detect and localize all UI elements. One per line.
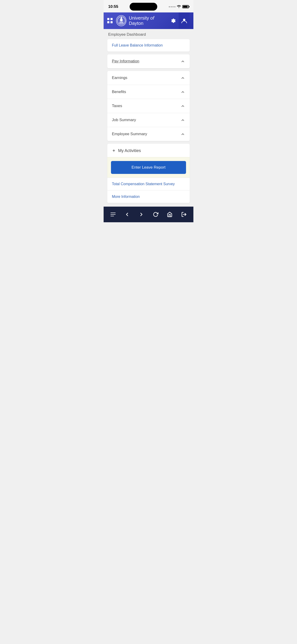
employee-summary-chevron: [180, 132, 185, 136]
pay-information-section: Pay Information: [107, 54, 190, 68]
content-area: Full Leave Balance Information Pay Infor…: [104, 39, 194, 206]
home-button[interactable]: [164, 209, 175, 220]
settings-button[interactable]: [168, 12, 179, 29]
header: University of Dayton: [104, 12, 194, 29]
pay-information-item[interactable]: Pay Information: [107, 54, 190, 68]
page-title: Employee Dashboard: [108, 32, 146, 36]
header-actions: [168, 12, 190, 29]
header-logo-area: University of Dayton: [116, 15, 168, 26]
status-bar: 10:55: [104, 0, 194, 12]
header-title: University of Dayton: [129, 16, 168, 26]
svg-rect-3: [120, 21, 123, 22]
earnings-item[interactable]: Earnings: [107, 71, 190, 85]
benefits-chevron: [180, 90, 185, 94]
job-summary-item[interactable]: Job Summary: [107, 113, 190, 127]
profile-button[interactable]: [179, 12, 190, 29]
taxes-item[interactable]: Taxes: [107, 99, 190, 113]
activities-body: Enter Leave Report: [107, 157, 190, 178]
refresh-button[interactable]: [150, 209, 161, 220]
signal-icon: [169, 6, 176, 7]
activities-icon: ✦: [112, 148, 116, 154]
benefits-item[interactable]: Benefits: [107, 85, 190, 99]
accordion-sections: Earnings Benefits Taxes: [107, 71, 190, 141]
home-indicator: [133, 224, 164, 225]
university-logo: [116, 15, 126, 26]
wifi-icon: [177, 5, 181, 9]
taxes-chevron: [180, 104, 185, 108]
enter-leave-report-button[interactable]: Enter Leave Report: [111, 161, 186, 174]
total-compensation-link[interactable]: Total Compensation Statement Survey: [107, 178, 190, 190]
activities-links: Total Compensation Statement Survey More…: [107, 178, 190, 203]
forward-button[interactable]: [136, 209, 146, 220]
bottom-nav: [104, 206, 194, 222]
activities-card: ✦ My Activities Enter Leave Report Total…: [107, 144, 190, 203]
earnings-label: Earnings: [112, 76, 127, 80]
status-time: 10:55: [108, 4, 118, 9]
more-information-link[interactable]: More Information: [107, 190, 190, 203]
status-icons: [169, 5, 189, 9]
earnings-chevron: [180, 76, 185, 80]
leave-balance-link[interactable]: Full Leave Balance Information: [107, 39, 190, 52]
svg-point-4: [183, 19, 185, 21]
logout-button[interactable]: [179, 209, 189, 220]
job-summary-chevron: [180, 118, 185, 122]
back-button[interactable]: [122, 209, 132, 220]
battery-icon: [182, 5, 189, 8]
leave-balance-card: Full Leave Balance Information: [107, 39, 190, 52]
employee-summary-item[interactable]: Employee Summary: [107, 127, 190, 141]
page-title-bar: Employee Dashboard: [104, 29, 194, 39]
activities-title: My Activities: [118, 148, 141, 153]
svg-rect-1: [121, 17, 122, 18]
job-summary-label: Job Summary: [112, 118, 136, 122]
bottom-menu-button[interactable]: [108, 209, 118, 220]
taxes-label: Taxes: [112, 104, 122, 108]
pay-information-chevron: [180, 59, 185, 64]
benefits-label: Benefits: [112, 90, 126, 94]
pay-information-label: Pay Information: [112, 59, 139, 64]
activities-header: ✦ My Activities: [107, 144, 190, 157]
dynamic-island: [130, 3, 157, 10]
employee-summary-label: Employee Summary: [112, 132, 147, 136]
menu-icon[interactable]: [107, 18, 113, 24]
